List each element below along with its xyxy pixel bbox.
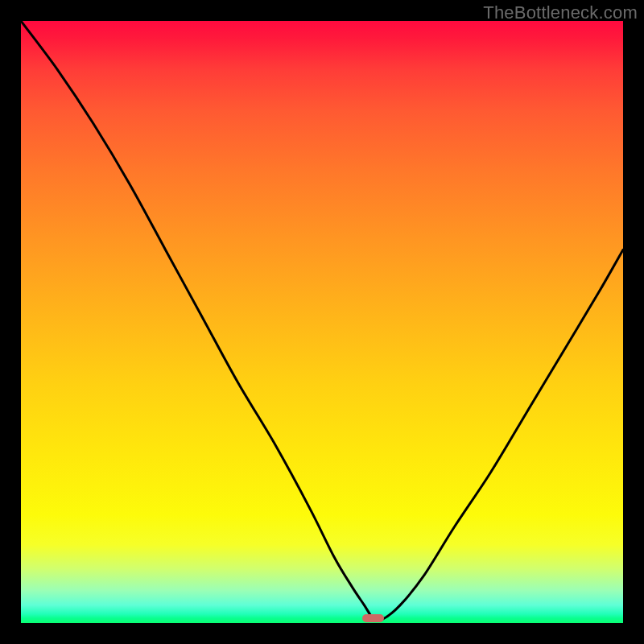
curve-path [21,21,623,621]
optimal-marker [362,614,383,622]
bottleneck-curve [21,21,623,623]
chart-frame: TheBottleneck.com [0,0,644,644]
watermark-text: TheBottleneck.com [483,2,638,23]
plot-area [21,21,623,623]
